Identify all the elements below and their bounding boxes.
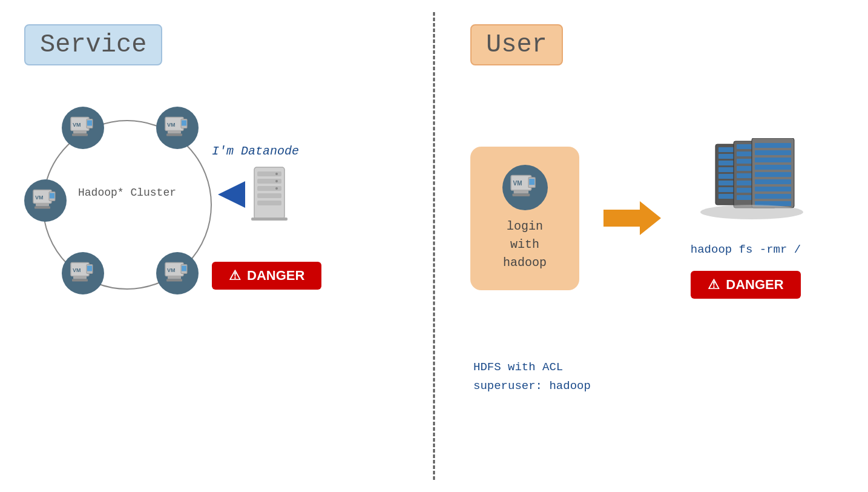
svg-rect-17 xyxy=(50,193,54,198)
svg-rect-14 xyxy=(36,203,49,206)
arrow-body xyxy=(603,210,640,227)
service-label: Service xyxy=(24,24,162,65)
command-text: hadoop fs -rmr / xyxy=(691,241,801,259)
datanode-label: I'm Datanode xyxy=(212,144,299,158)
svg-rect-11 xyxy=(182,120,186,125)
cluster-area: Hadoop* Cluster VM VM xyxy=(24,84,266,338)
danger-badge-left: ⚠ DANGER xyxy=(212,262,321,290)
cluster-text: Hadoop* Cluster xyxy=(58,187,197,199)
svg-rect-70 xyxy=(755,179,791,184)
svg-text:VM: VM xyxy=(73,121,81,127)
main-container: Service Hadoop* Cluster VM xyxy=(0,0,868,492)
svg-rect-71 xyxy=(755,187,791,191)
svg-rect-21 xyxy=(72,279,88,281)
svg-point-36 xyxy=(275,173,278,175)
svg-rect-8 xyxy=(168,130,181,133)
vm-node-top-left: VM xyxy=(62,107,104,149)
svg-rect-35 xyxy=(257,201,281,205)
right-panel: User VM loginwithhadoop xyxy=(434,0,868,492)
hdfs-text: HDFS with ACLsuperuser: hadoop xyxy=(473,358,591,395)
svg-rect-27 xyxy=(166,279,182,281)
svg-rect-43 xyxy=(512,193,530,196)
svg-point-38 xyxy=(275,187,278,190)
danger-badge-right: ⚠ DANGER xyxy=(691,271,800,299)
svg-rect-65 xyxy=(755,143,791,148)
login-text: loginwithhadoop xyxy=(503,218,547,272)
hdfs-label: HDFS with ACLsuperuser: hadoop xyxy=(473,361,591,392)
server-rack-icon xyxy=(685,138,806,235)
svg-rect-42 xyxy=(514,190,528,194)
danger-area-left: ⚠ DANGER xyxy=(212,262,321,290)
datanode-area: I'm Datanode xyxy=(212,144,299,225)
arrow-left-icon xyxy=(218,181,245,208)
user-label: User xyxy=(470,24,563,65)
left-panel: Service Hadoop* Cluster VM xyxy=(0,0,434,492)
svg-text:VM: VM xyxy=(35,194,44,200)
svg-rect-39 xyxy=(251,218,288,221)
svg-rect-69 xyxy=(755,172,791,177)
vm-node-bottom-left: VM xyxy=(62,252,104,294)
svg-rect-68 xyxy=(755,165,791,170)
right-content: VM loginwithhadoop xyxy=(470,138,832,299)
svg-point-74 xyxy=(700,205,803,219)
warning-icon-right: ⚠ xyxy=(708,277,720,293)
svg-rect-34 xyxy=(257,193,281,198)
warning-icon-left: ⚠ xyxy=(229,268,241,284)
svg-rect-9 xyxy=(166,133,182,136)
arrow-head xyxy=(640,201,661,235)
svg-rect-72 xyxy=(755,194,791,199)
svg-rect-66 xyxy=(755,150,791,155)
svg-rect-45 xyxy=(529,179,534,185)
svg-rect-20 xyxy=(73,276,87,279)
server-cluster: hadoop fs -rmr / ⚠ DANGER xyxy=(685,138,806,299)
svg-rect-2 xyxy=(73,130,87,133)
server-icon xyxy=(245,164,294,225)
svg-rect-67 xyxy=(755,158,791,162)
login-box: VM loginwithhadoop xyxy=(470,147,579,290)
svg-text:VM: VM xyxy=(167,121,176,127)
vm-node-left: VM xyxy=(24,179,67,222)
vm-node-right: VM xyxy=(502,165,548,210)
arrow-row xyxy=(218,164,294,225)
svg-text:VM: VM xyxy=(167,267,176,273)
svg-text:VM: VM xyxy=(513,180,522,187)
svg-rect-5 xyxy=(87,120,92,125)
svg-rect-26 xyxy=(168,276,181,279)
svg-rect-29 xyxy=(182,265,186,271)
svg-point-37 xyxy=(275,180,278,182)
svg-text:VM: VM xyxy=(73,267,81,273)
vm-node-bottom-right: VM xyxy=(156,252,199,294)
svg-rect-23 xyxy=(87,265,92,271)
vm-node-top-right: VM xyxy=(156,107,199,149)
arrow-right-icon xyxy=(603,201,661,235)
svg-rect-15 xyxy=(35,206,50,208)
danger-text-right: DANGER xyxy=(726,277,783,293)
svg-rect-3 xyxy=(72,133,88,136)
danger-text-left: DANGER xyxy=(247,268,304,284)
